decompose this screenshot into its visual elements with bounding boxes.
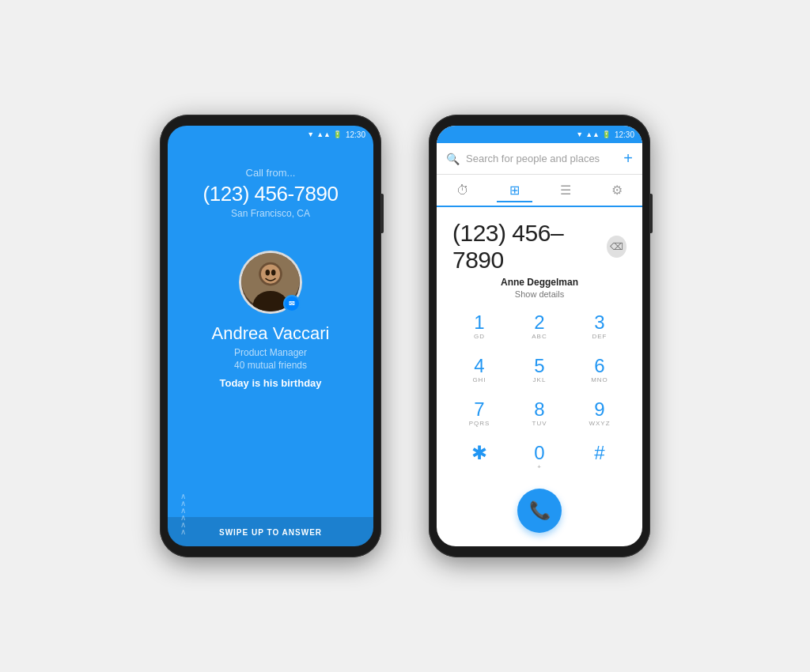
- call-button[interactable]: 📞: [517, 489, 562, 533]
- key-8-number: 8: [534, 400, 544, 419]
- left-status-bar: ▼ ▲▲ 🔋 12:30: [168, 126, 373, 143]
- right-status-bar: ▼ ▲▲ 🔋 12:30: [437, 126, 642, 143]
- key-4-number: 4: [474, 357, 484, 376]
- key-star[interactable]: ✱: [449, 436, 509, 479]
- key-4[interactable]: 4 GHI: [449, 349, 509, 392]
- key-3-letters: DEF: [592, 333, 608, 341]
- tab-recents[interactable]: ⏱: [444, 180, 482, 201]
- call-from-label: Call from...: [246, 167, 296, 179]
- key-1-number: 1: [474, 313, 484, 332]
- phones-container: ▼ ▲▲ 🔋 12:30 Call from... (123) 456-7890…: [160, 115, 650, 557]
- left-phone-screen: ▼ ▲▲ 🔋 12:30 Call from... (123) 456-7890…: [168, 126, 373, 546]
- incoming-call-content: Call from... (123) 456-7890 San Francisc…: [168, 143, 373, 389]
- key-1-letters: GD: [474, 333, 485, 341]
- keypad: 1 GD 2 ABC 3 DEF 4 GHI 5 JKL: [437, 305, 642, 479]
- key-9-letters: WXYZ: [589, 420, 610, 428]
- location-label: San Francisco, CA: [231, 208, 310, 219]
- key-4-letters: GHI: [472, 376, 486, 384]
- caller-mutual-friends: 40 mutual friends: [234, 360, 307, 371]
- tab-dialpad[interactable]: ⊞: [497, 179, 532, 202]
- wifi-icon-right: ▼: [576, 130, 583, 138]
- dialer-tabs: ⏱ ⊞ ☰ ⚙: [437, 175, 642, 207]
- key-5-number: 5: [534, 357, 544, 376]
- key-5[interactable]: 5 JKL: [509, 349, 570, 392]
- avatar-container: ✉: [239, 251, 302, 314]
- key-0[interactable]: 0 +: [509, 436, 570, 479]
- signal-icon-right: ▲▲: [585, 130, 600, 138]
- recents-icon: ⏱: [456, 183, 469, 198]
- dialer-phone-number: (123) 456–7890: [452, 220, 600, 274]
- key-6-letters: MNO: [591, 376, 608, 384]
- key-7-letters: PQRS: [469, 420, 490, 428]
- key-3[interactable]: 3 DEF: [570, 305, 630, 349]
- key-2[interactable]: 2 ABC: [509, 305, 570, 349]
- show-details-link[interactable]: Show details: [437, 289, 642, 299]
- dialer-phone: ▼ ▲▲ 🔋 12:30 🔍 Search for people and pla…: [429, 115, 650, 557]
- signal-icon: ▲▲: [316, 130, 331, 138]
- call-button-container: 📞: [437, 489, 642, 533]
- number-display: (123) 456–7890 ⌫: [437, 207, 642, 277]
- swipe-area[interactable]: ∧ ∧ ∧ ∧ ∧ ∧ SWIPE UP TO ANSWER: [168, 517, 373, 546]
- search-bar[interactable]: 🔍 Search for people and places +: [437, 143, 642, 175]
- key-0-number: 0: [534, 444, 544, 462]
- phone-icon: 📞: [529, 500, 551, 521]
- dialpad-icon: ⊞: [509, 183, 520, 198]
- battery-icon-right: 🔋: [602, 130, 611, 138]
- key-0-letters: +: [537, 463, 542, 471]
- key-9[interactable]: 9 WXYZ: [570, 392, 630, 436]
- key-6[interactable]: 6 MNO: [570, 349, 630, 392]
- key-1[interactable]: 1 GD: [449, 305, 509, 349]
- right-time: 12:30: [615, 130, 634, 139]
- key-8[interactable]: 8 TUV: [509, 392, 570, 436]
- contacts-icon: ☰: [560, 183, 571, 198]
- caller-title: Product Manager: [234, 347, 307, 358]
- contact-name: Anne Deggelman: [437, 277, 642, 288]
- key-7[interactable]: 7 PQRS: [449, 392, 509, 436]
- status-icons-right: ▼ ▲▲ 🔋 12:30: [576, 130, 634, 139]
- search-icon: 🔍: [446, 153, 460, 165]
- messenger-badge: ✉: [283, 295, 301, 312]
- key-2-number: 2: [534, 313, 544, 332]
- caller-name: Andrea Vaccari: [212, 323, 330, 344]
- key-9-number: 9: [594, 400, 604, 419]
- key-hash-number: #: [594, 444, 604, 462]
- key-5-letters: JKL: [533, 376, 547, 384]
- key-star-number: ✱: [471, 444, 487, 462]
- chevron-6: ∧: [180, 529, 186, 535]
- key-8-letters: TUV: [532, 420, 547, 428]
- tab-contacts[interactable]: ☰: [547, 179, 584, 201]
- wifi-icon: ▼: [307, 130, 314, 138]
- messenger-icon: ✉: [289, 300, 295, 308]
- key-6-number: 6: [594, 357, 604, 376]
- backspace-icon: ⌫: [610, 241, 623, 252]
- incoming-call-phone: ▼ ▲▲ 🔋 12:30 Call from... (123) 456-7890…: [160, 115, 381, 557]
- search-placeholder: Search for people and places: [466, 153, 617, 164]
- swipe-label: SWIPE UP TO ANSWER: [219, 528, 322, 537]
- key-7-number: 7: [474, 400, 484, 419]
- svg-point-4: [266, 270, 271, 275]
- add-contact-button[interactable]: +: [623, 149, 633, 168]
- settings-icon: ⚙: [611, 183, 623, 198]
- left-time: 12:30: [346, 130, 365, 139]
- svg-point-5: [271, 270, 276, 275]
- key-2-letters: ABC: [532, 333, 547, 341]
- right-phone-screen: ▼ ▲▲ 🔋 12:30 🔍 Search for people and pla…: [437, 126, 642, 546]
- battery-icon: 🔋: [333, 130, 342, 138]
- birthday-text: Today is his birthday: [219, 377, 321, 389]
- backspace-button[interactable]: ⌫: [607, 236, 626, 258]
- swipe-arrows: ∧ ∧ ∧ ∧ ∧ ∧: [180, 493, 186, 535]
- tab-settings[interactable]: ⚙: [599, 179, 635, 201]
- incoming-phone-number: (123) 456-7890: [203, 182, 339, 206]
- key-hash[interactable]: #: [570, 436, 630, 479]
- status-icons-left: ▼ ▲▲ 🔋 12:30: [307, 130, 365, 139]
- key-3-number: 3: [594, 313, 604, 332]
